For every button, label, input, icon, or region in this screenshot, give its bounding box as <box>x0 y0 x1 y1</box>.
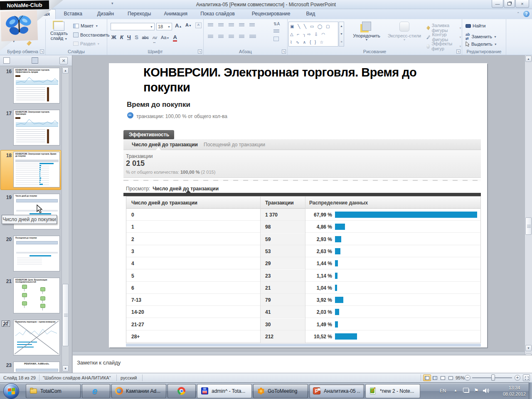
tab-effectiveness[interactable]: Эффективность <box>123 130 174 139</box>
table-row[interactable]: 3532,63 % <box>126 245 480 257</box>
reset-button[interactable]: Восстановить <box>73 32 109 37</box>
slide-editor-area[interactable]: КОНВЕРСИИ. Электронная торговля. Время д… <box>73 55 525 351</box>
normal-view-button[interactable] <box>423 374 431 381</box>
notes-placeholder[interactable]: Заметки к слайду <box>77 360 121 366</box>
align-center-icon[interactable] <box>218 35 224 39</box>
smartart-convert-icon[interactable] <box>273 37 279 41</box>
zoom-out-button[interactable]: − <box>465 375 470 381</box>
show-desktop-button[interactable] <box>529 382 532 399</box>
action-center-flag-icon[interactable]: ⚑ <box>474 387 479 394</box>
panel-scrollbar[interactable]: ▲ ▼ <box>62 67 69 372</box>
increase-indent-icon[interactable] <box>239 23 244 27</box>
title-bar[interactable]: ▾ Аналитика-05 [Режим совместимости] - M… <box>0 0 532 9</box>
replace-button[interactable]: ab⇄ Заменить▼ <box>466 32 497 41</box>
table-row[interactable]: 21-27301,49 % <box>126 318 480 330</box>
zoom-slider-thumb[interactable] <box>491 374 495 381</box>
bold-button[interactable]: Ж <box>111 34 116 40</box>
close-panel-button[interactable]: ✕ <box>59 57 68 64</box>
language-tray-indicator[interactable]: EN <box>440 388 446 393</box>
restore-button[interactable] <box>504 0 515 8</box>
outline-tab-icon[interactable] <box>32 57 38 64</box>
table-row[interactable]: 7-13793,92 % <box>126 294 480 306</box>
columns-icon[interactable] <box>249 35 256 39</box>
line-spacing-icon[interactable] <box>249 23 255 27</box>
table-row[interactable]: 14-20412,03 % <box>126 306 480 318</box>
font-dialog-launcher[interactable]: ↘ <box>198 49 202 54</box>
ribbon-tab-Показ слайдов[interactable]: Показ слайдов <box>195 9 240 19</box>
scroll-up-icon[interactable]: ▲ <box>525 56 532 62</box>
arrange-button[interactable]: Упорядочить▼ <box>349 22 384 41</box>
slide-title[interactable]: КОНВЕРСИИ. Электронная торговля. Время д… <box>143 65 459 95</box>
shapes-gallery-scroll[interactable]: ▲▼≡ <box>339 22 344 47</box>
network-icon[interactable] <box>463 388 469 392</box>
grow-font-button[interactable]: A▲ <box>175 22 182 29</box>
underline-button[interactable]: Ч <box>127 34 131 40</box>
notes-splitter[interactable] <box>73 351 525 355</box>
ribbon-tab-Переходы[interactable]: Переходы <box>122 9 156 19</box>
ribbon-tab-Вид[interactable]: Вид <box>301 9 321 19</box>
slide-sorter-button[interactable] <box>431 374 439 381</box>
text-direction-icon[interactable]: ⇅A <box>273 22 280 26</box>
thumbnail-slide-17[interactable]: 17КОНВЕРСИИ. Электронная торговля. Транз… <box>0 110 62 148</box>
text-shadow-button[interactable]: S <box>135 34 138 40</box>
main-scrollbar[interactable]: ▲ ▼ ⌃ ⌄ <box>525 55 532 372</box>
change-case-button[interactable]: Aa▼ <box>161 35 169 40</box>
select-button[interactable]: Выделить▼ <box>466 42 497 47</box>
taskbar-button-ie[interactable]: e <box>82 384 110 398</box>
table-row[interactable]: 2592,93 % <box>126 233 480 245</box>
table-row[interactable]: 4291,44 % <box>126 257 480 269</box>
zoom-in-button[interactable]: + <box>515 375 520 381</box>
zoom-level[interactable]: 95% <box>456 375 465 380</box>
ribbon-tab-Рецензирование[interactable]: Рецензирование <box>246 9 296 19</box>
table-row[interactable]: 1984,86 % <box>126 221 480 233</box>
layout-button[interactable]: Макет▼ <box>73 23 98 28</box>
font-name-combobox[interactable]: ▼ <box>111 23 155 30</box>
taskbar-button-Аналитика-05 ...[interactable]: PАналитика-05 ... <box>309 384 364 398</box>
taskbar-button-GoToMeeting[interactable]: GoToMeeting <box>253 384 308 398</box>
thumbnail-slide-19[interactable]: 19Число дней до покупки <box>0 194 62 232</box>
table-row[interactable]: 01 37067,99 % <box>126 209 480 221</box>
language-indicator[interactable]: русский <box>121 375 137 380</box>
notes-pane[interactable]: Заметки к слайду <box>73 355 532 373</box>
subtab-visits-to-transaction[interactable]: Посещений до транзакции <box>204 142 265 148</box>
reading-view-button[interactable] <box>439 374 447 381</box>
col-header-distribution[interactable]: Распределение данных <box>309 200 368 206</box>
shrink-font-button[interactable]: A▼ <box>185 22 192 27</box>
section-button[interactable]: Раздел▼ <box>73 41 100 46</box>
minimize-button[interactable]: — <box>492 0 503 8</box>
thumbnail-slide-18[interactable]: 18КОНВЕРСИИ. Электронная торговля. Время… <box>0 152 62 190</box>
character-spacing-button[interactable]: AV↔ <box>153 36 157 44</box>
volume-icon[interactable] <box>483 388 490 394</box>
col-header-days[interactable]: Число дней до транзакции <box>131 200 197 206</box>
strikethrough-button[interactable]: abc <box>142 35 149 40</box>
shape-outline-button[interactable]: Контур фигуры▼ <box>426 32 462 42</box>
taskbar-button-Кампании Ad...[interactable]: Кампании Ad... <box>111 384 166 398</box>
font-size-combobox[interactable]: 18▼ <box>156 23 172 30</box>
bullets-icon[interactable] <box>208 23 213 27</box>
col-header-transactions[interactable]: Транзакции <box>265 200 294 206</box>
taskbar-button-admin^ - Tota...[interactable]: admin^ - Tota... <box>197 384 252 398</box>
ribbon-tab-Дизайн[interactable]: Дизайн <box>92 9 119 19</box>
slide-canvas[interactable]: КОНВЕРСИИ. Электронная торговля. Время д… <box>109 63 487 347</box>
hidden-icons-chevron[interactable]: ▲ <box>454 389 457 392</box>
align-right-icon[interactable] <box>229 35 234 39</box>
view-selector[interactable]: Просмотр:Число дней до транзакции <box>126 186 219 192</box>
taskbar-button-TotalCom[interactable]: TotalCom <box>26 384 81 398</box>
scroll-down-icon[interactable]: ▼ <box>525 345 532 351</box>
panel-scroll-thumb[interactable] <box>62 284 69 346</box>
taskbar-button-*new 2 - Note...[interactable]: *new 2 - Note... <box>365 384 420 398</box>
shape-fill-button[interactable]: Заливка фигуры▼ <box>426 23 462 33</box>
panel-scroll-down-icon[interactable]: ▼ <box>62 365 69 372</box>
quick-styles-button[interactable]: Экспресс-стили▼ <box>385 22 424 41</box>
align-text-icon[interactable] <box>273 30 279 33</box>
shapes-gallery[interactable]: ▣ ╲ ╲ ▭ ◯ ▢△ ⌐ ┐⇨ ⇩ ◠⌇ ∿ ∧ { } ☆ <box>288 22 338 47</box>
thumbnail-slide-21[interactable]: 21КОНВЕРСИИ. Цели. Визуализация последов… <box>0 278 62 316</box>
italic-button[interactable]: К <box>120 34 123 40</box>
clear-formatting-button[interactable]: A <box>195 22 202 28</box>
font-color-button[interactable]: А <box>173 34 177 42</box>
close-button[interactable]: × <box>515 0 529 8</box>
help-icon[interactable]: ? <box>523 11 530 17</box>
thumbnail-slide-16[interactable]: 16КОНВЕРСИИ. Электронная торговля. Эффек… <box>0 68 62 106</box>
start-button[interactable] <box>3 383 19 399</box>
collapse-ribbon-icon[interactable]: ⌃ <box>517 12 522 16</box>
